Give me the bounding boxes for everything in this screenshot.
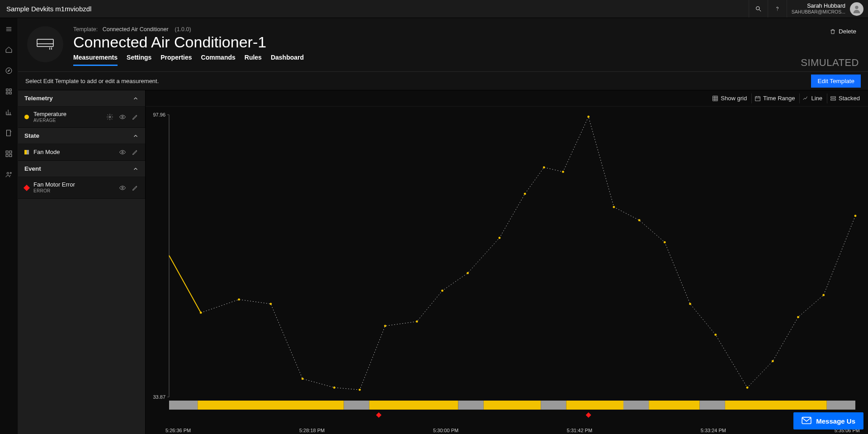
- event-section-header[interactable]: Event: [18, 161, 145, 177]
- hamburger-button[interactable]: [0, 23, 18, 35]
- chart-mode-stacked-label: Stacked: [839, 95, 860, 102]
- toolbar-hint: Select Edit Template to add or edit a me…: [25, 78, 159, 84]
- svg-point-66: [797, 316, 799, 318]
- temperature-label: Temperature: [33, 111, 106, 118]
- temperature-legend-dot: [24, 115, 29, 119]
- search-icon: [755, 5, 762, 12]
- svg-point-45: [238, 299, 240, 301]
- top-bar: Sample Devkits m1mviobzdl Sarah Hubbard …: [0, 0, 868, 18]
- svg-point-7: [6, 68, 12, 74]
- state-section-header[interactable]: State: [18, 128, 145, 144]
- tab-measurements[interactable]: Measurements: [73, 54, 118, 66]
- pencil-icon[interactable]: [132, 113, 139, 121]
- tab-dashboard[interactable]: Dashboard: [271, 54, 304, 66]
- nav-device-sets[interactable]: [0, 85, 18, 98]
- svg-point-26: [122, 187, 123, 188]
- measurements-panel: Telemetry Temperature AVERAGE: [18, 90, 146, 434]
- svg-rect-70: [198, 401, 344, 410]
- chart-mode-stacked[interactable]: Stacked: [827, 93, 863, 103]
- calendar-icon: [755, 95, 761, 102]
- help-button[interactable]: [768, 0, 787, 18]
- eye-icon[interactable]: [119, 113, 126, 121]
- svg-rect-9: [9, 89, 11, 90]
- event-label: Fan Motor Error ERROR: [33, 182, 119, 193]
- svg-point-52: [441, 289, 443, 292]
- chart-mode-line-label: Line: [811, 95, 822, 102]
- edit-template-button[interactable]: Edit Template: [811, 75, 861, 88]
- tab-properties[interactable]: Properties: [160, 54, 192, 66]
- svg-point-23: [109, 116, 111, 118]
- mail-icon: [802, 417, 811, 425]
- telemetry-chart[interactable]: 97.9633.87: [149, 110, 860, 430]
- pencil-icon[interactable]: [132, 149, 139, 156]
- chart-mode-line[interactable]: Line: [799, 93, 825, 103]
- svg-point-44: [200, 312, 202, 314]
- telemetry-actions: [106, 113, 139, 121]
- svg-point-18: [10, 172, 11, 173]
- svg-point-17: [7, 172, 9, 174]
- svg-rect-37: [831, 99, 836, 100]
- svg-line-43: [169, 256, 201, 313]
- tab-rules[interactable]: Rules: [245, 54, 262, 66]
- nav-explorer[interactable]: [0, 64, 18, 77]
- grid-icon: [712, 95, 718, 102]
- pencil-icon[interactable]: [132, 184, 139, 191]
- svg-point-56: [543, 166, 545, 168]
- nav-analytics[interactable]: [0, 106, 18, 118]
- svg-point-46: [269, 303, 272, 305]
- telemetry-section-header[interactable]: Telemetry: [18, 90, 145, 107]
- svg-point-48: [333, 387, 335, 389]
- svg-point-49: [359, 389, 361, 391]
- message-us-button[interactable]: Message Us: [793, 412, 863, 429]
- delete-label: Delete: [839, 28, 856, 35]
- chart-time-range-button[interactable]: Time Range: [751, 93, 797, 103]
- header-center: Template: Connected Air Conditioner (1.0…: [73, 26, 801, 66]
- main: Template: Connected Air Conditioner (1.0…: [18, 18, 868, 434]
- user-name: Sarah Hubbard: [792, 3, 845, 9]
- tab-settings[interactable]: Settings: [127, 54, 151, 66]
- delete-button[interactable]: Delete: [827, 26, 859, 37]
- svg-rect-32: [755, 96, 760, 100]
- nav-admin[interactable]: [0, 168, 18, 181]
- svg-rect-15: [6, 154, 8, 156]
- svg-rect-10: [6, 92, 8, 93]
- nav-jobs[interactable]: [0, 126, 18, 139]
- search-button[interactable]: [749, 0, 768, 18]
- event-actions: [119, 184, 139, 191]
- gear-icon[interactable]: [106, 113, 113, 121]
- chart-show-grid-toggle[interactable]: Show grid: [709, 93, 750, 103]
- svg-rect-80: [725, 401, 827, 410]
- telemetry-item-temperature[interactable]: Temperature AVERAGE: [18, 107, 145, 128]
- nav-app-builder[interactable]: [0, 147, 18, 160]
- line-chart-icon: [802, 95, 809, 102]
- event-item-fan-motor-error[interactable]: Fan Motor Error ERROR: [18, 177, 145, 198]
- state-item-fan-mode[interactable]: Fan Mode: [18, 144, 145, 161]
- svg-rect-14: [9, 151, 12, 153]
- content: Telemetry Temperature AVERAGE: [18, 90, 868, 434]
- page-header: Template: Connected Air Conditioner (1.0…: [18, 18, 868, 71]
- svg-rect-77: [623, 401, 649, 410]
- svg-rect-8: [6, 89, 8, 90]
- stacked-icon: [830, 95, 836, 102]
- svg-text:97.96: 97.96: [153, 112, 165, 117]
- svg-point-58: [587, 116, 590, 118]
- topbar-right: Sarah Hubbard SAHUBBAR@MICROS...: [749, 0, 868, 18]
- eye-icon[interactable]: [119, 149, 126, 156]
- chart-area: Show grid Time Range Line Stacked: [146, 90, 868, 434]
- eye-icon[interactable]: [119, 184, 126, 191]
- state-actions: [119, 149, 139, 156]
- nav-home[interactable]: [0, 43, 18, 56]
- svg-rect-81: [827, 401, 855, 410]
- x-axis-labels: 5:26:36 PM5:28:18 PM5:30:00 PM5:31:42 PM…: [165, 428, 860, 433]
- header-right: Delete SIMULATED: [801, 26, 859, 71]
- svg-point-61: [664, 241, 666, 243]
- tab-commands[interactable]: Commands: [201, 54, 236, 66]
- message-us-label: Message Us: [816, 417, 855, 425]
- svg-point-60: [638, 219, 641, 221]
- app-title: Sample Devkits m1mviobzdl: [6, 5, 91, 13]
- chevron-up-icon: [132, 133, 139, 139]
- user-block[interactable]: Sarah Hubbard SAHUBBAR@MICROS...: [787, 0, 868, 18]
- svg-point-62: [689, 303, 691, 305]
- chart-body: 97.9633.87 5:26:36 PM5:28:18 PM5:30:00 P…: [146, 107, 868, 434]
- svg-rect-19: [37, 39, 53, 47]
